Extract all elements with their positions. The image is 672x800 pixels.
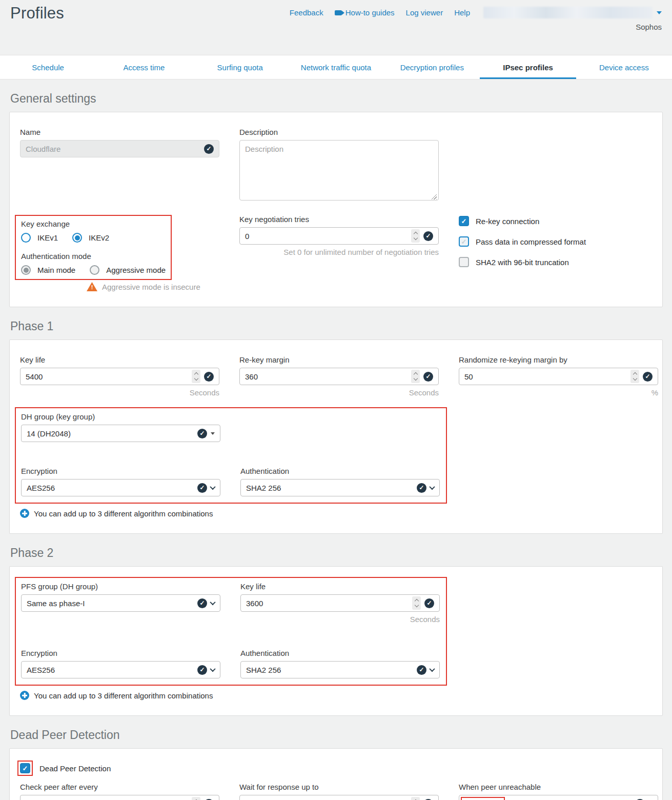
- number-spinner[interactable]: [412, 596, 421, 610]
- page-title: Profiles: [10, 4, 64, 23]
- chevron-down-icon: [210, 666, 215, 672]
- number-spinner[interactable]: [411, 797, 420, 800]
- valid-check-icon: [197, 665, 207, 675]
- checkbox-checked-icon[interactable]: [459, 216, 469, 226]
- checkbox-unchecked-icon[interactable]: [459, 257, 469, 267]
- when-unreachable-label: When peer unreachable: [459, 783, 658, 791]
- valid-check-icon: [204, 144, 214, 154]
- tab-access-time[interactable]: Access time: [96, 55, 192, 79]
- phase1-key-life-unit: Seconds: [20, 388, 219, 397]
- dpd-heading: Dead Peer Detection: [10, 728, 662, 742]
- description-textarea[interactable]: [239, 140, 439, 201]
- name-label: Name: [20, 128, 219, 136]
- account-dropdown[interactable]: [483, 7, 662, 18]
- valid-check-icon: [424, 598, 434, 608]
- randomize-margin-unit: %: [459, 388, 658, 397]
- dh-group-select[interactable]: 14 (DH2048): [21, 425, 220, 442]
- valid-check-icon: [423, 231, 433, 241]
- phase1-key-life-field[interactable]: [26, 368, 192, 385]
- key-negotiation-help: Set 0 for unlimited number of negotiatio…: [239, 248, 439, 256]
- phase2-authentication-select[interactable]: SHA2 256: [240, 661, 440, 678]
- annotation-box-reinitiate: Re-initiate: [461, 797, 505, 800]
- phase1-key-life-input[interactable]: [20, 368, 219, 385]
- number-spinner[interactable]: [411, 370, 420, 383]
- radio-ikev1[interactable]: IKEv1: [21, 233, 58, 243]
- general-settings-card: Name Description Key exchange: [9, 112, 663, 307]
- radio-ikev2-icon[interactable]: [72, 233, 82, 243]
- pass-data-compressed-checkbox[interactable]: Pass data in compressed format: [459, 236, 658, 247]
- phase2-authentication-label: Authentication: [240, 649, 440, 657]
- feedback-link[interactable]: Feedback: [290, 8, 323, 17]
- tab-bar: Schedule Access time Surfing quota Netwo…: [0, 55, 672, 79]
- phase1-encryption-select[interactable]: AES256: [21, 479, 220, 496]
- when-unreachable-select[interactable]: Re-initiate: [459, 795, 658, 800]
- tab-schedule[interactable]: Schedule: [0, 55, 96, 79]
- pfs-group-select[interactable]: Same as phase-I: [21, 594, 220, 612]
- number-spinner[interactable]: [630, 370, 639, 383]
- number-spinner[interactable]: [192, 370, 200, 383]
- randomize-margin-label: Randomize re-keying margin by: [459, 355, 658, 364]
- help-link[interactable]: Help: [454, 8, 470, 17]
- rekey-margin-label: Re-key margin: [239, 355, 439, 364]
- rekey-margin-unit: Seconds: [239, 388, 439, 397]
- randomize-margin-input[interactable]: [459, 368, 658, 385]
- check-peer-field[interactable]: [26, 795, 192, 800]
- caret-down-icon: [657, 11, 662, 14]
- phase1-authentication-label: Authentication: [240, 467, 440, 475]
- dpd-enable-checkbox[interactable]: Dead Peer Detection: [20, 763, 657, 773]
- add-combination-button[interactable]: [20, 509, 29, 518]
- phase1-card: Key life Seconds Re-key margin: [9, 339, 663, 534]
- phase1-key-life-label: Key life: [20, 355, 219, 364]
- general-settings-heading: General settings: [10, 92, 662, 106]
- radio-main-mode: Main mode: [21, 265, 75, 275]
- how-to-guides-link[interactable]: How-to guides: [335, 8, 395, 17]
- annotation-box-phase2-algorithms: PFS group (DH group) Same as phase-I Key…: [15, 577, 447, 686]
- phase2-note: You can add up to 3 different algorithm …: [34, 691, 213, 700]
- add-combination-button[interactable]: [20, 691, 29, 700]
- account-name-redacted: [483, 7, 653, 18]
- brand-label: Sophos: [290, 23, 662, 31]
- tab-network-traffic-quota[interactable]: Network traffic quota: [288, 55, 384, 79]
- chevron-down-icon: [210, 599, 215, 605]
- phase2-key-life-unit: Seconds: [240, 615, 440, 624]
- rekey-margin-field[interactable]: [245, 368, 411, 385]
- tab-device-access[interactable]: Device access: [576, 55, 672, 79]
- valid-check-icon: [423, 372, 433, 382]
- tab-surfing-quota[interactable]: Surfing quota: [192, 55, 288, 79]
- tab-decryption-profiles[interactable]: Decryption profiles: [384, 55, 480, 79]
- chevron-down-icon: [429, 484, 435, 490]
- wait-response-field[interactable]: [245, 795, 411, 800]
- phase2-encryption-label: Encryption: [21, 649, 220, 657]
- wait-response-input[interactable]: [239, 795, 439, 800]
- phase2-card: PFS group (DH group) Same as phase-I Key…: [9, 566, 663, 716]
- phase1-note: You can add up to 3 different algorithm …: [34, 509, 213, 518]
- phase2-key-life-input[interactable]: [240, 594, 440, 612]
- checkbox-partial-icon[interactable]: [459, 236, 469, 247]
- check-peer-input[interactable]: [20, 795, 219, 800]
- randomize-margin-field[interactable]: [464, 368, 630, 385]
- tab-ipsec-profiles[interactable]: IPsec profiles: [480, 55, 576, 79]
- chevron-down-icon: [210, 484, 215, 490]
- radio-main-mode-icon: [21, 265, 31, 275]
- top-right-area: Feedback How-to guides Log viewer Help S…: [290, 7, 662, 31]
- authentication-mode-label: Authentication mode: [21, 252, 166, 261]
- phase2-encryption-select[interactable]: AES256: [21, 661, 220, 678]
- key-negotiation-tries-field[interactable]: [245, 228, 411, 244]
- radio-ikev1-icon[interactable]: [21, 233, 31, 243]
- phase2-key-life-field[interactable]: [246, 595, 412, 611]
- number-spinner[interactable]: [411, 229, 420, 243]
- number-spinner[interactable]: [192, 797, 200, 800]
- phase2-key-life-label: Key life: [240, 582, 440, 591]
- rekey-margin-input[interactable]: [239, 368, 439, 385]
- video-camera-icon: [335, 10, 342, 15]
- phase1-authentication-select[interactable]: SHA2 256: [240, 479, 440, 496]
- valid-check-icon: [197, 598, 207, 608]
- name-input-field: [26, 141, 204, 157]
- sha2-truncation-checkbox[interactable]: SHA2 with 96-bit truncation: [459, 257, 658, 267]
- checkbox-checked-icon[interactable]: [20, 763, 30, 773]
- log-viewer-link[interactable]: Log viewer: [406, 8, 443, 17]
- radio-ikev2[interactable]: IKEv2: [72, 233, 109, 243]
- rekey-connection-checkbox[interactable]: Re-key connection: [459, 216, 658, 226]
- valid-check-icon: [204, 372, 214, 382]
- key-negotiation-tries-input[interactable]: [239, 227, 439, 245]
